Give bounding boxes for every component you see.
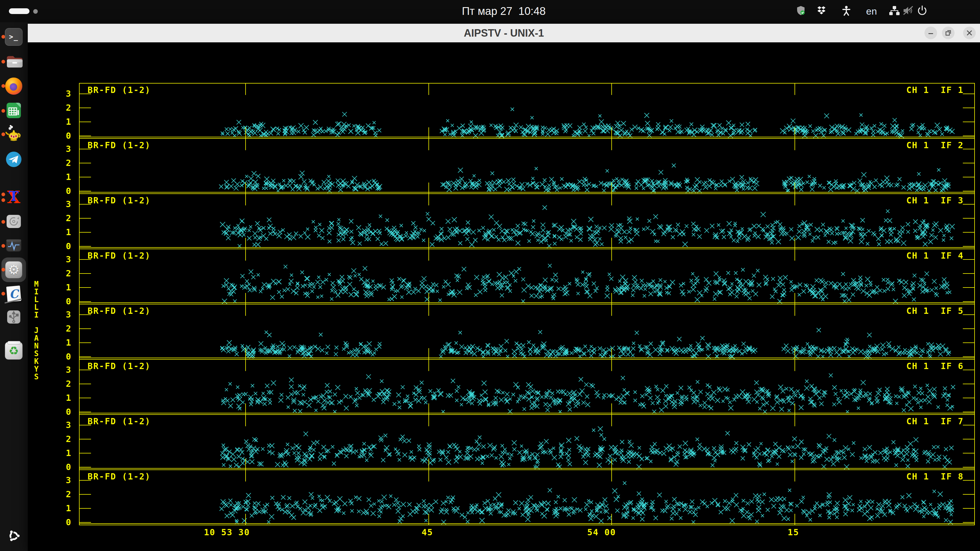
dock-item-files[interactable] — [0, 52, 28, 71]
y-tick-mark — [963, 163, 975, 164]
window-list-pill[interactable] — [9, 8, 29, 14]
channel-if-label: CH 1 IF 6 — [906, 362, 964, 370]
dock-item-trash[interactable]: ♻ — [0, 341, 28, 360]
plot-panel-if2: BR-FD (1-2)CH 1 IF 20123 — [79, 139, 975, 194]
libreoffice-calc-icon — [5, 102, 22, 121]
dock-item-system-monitor[interactable] — [0, 237, 28, 256]
y-tick-label: 1 — [63, 504, 72, 513]
y-tick-label: 0 — [63, 518, 72, 527]
clock[interactable]: Пт мар 27 10:48 — [462, 5, 546, 17]
trash-icon: ♻ — [5, 342, 22, 360]
y-tick-mark — [79, 314, 91, 315]
y-tick-mark — [963, 232, 975, 233]
window-titlebar[interactable]: AIPSTV - UNIX-1 — [28, 24, 980, 43]
dock-item-office-document[interactable]: C — [0, 284, 28, 303]
dock-item-telegram[interactable] — [0, 151, 28, 169]
y-tick-mark — [963, 259, 975, 260]
y-tick-mark — [963, 136, 975, 136]
dock-item-aips-lamp[interactable] — [0, 125, 28, 144]
y-tick-mark — [963, 453, 975, 453]
x-tick-label: 15 — [725, 528, 799, 537]
x-tick-mark — [428, 415, 429, 426]
minimize-button[interactable] — [924, 27, 937, 39]
y-tick-mark — [79, 494, 91, 495]
y-tick-mark — [79, 425, 91, 426]
y-tick-label: 3 — [63, 310, 72, 319]
x-tick-label: 45 — [359, 528, 433, 537]
ubuntu-logo-icon — [6, 529, 21, 545]
y-tick-mark — [79, 480, 91, 481]
volume-muted-icon[interactable] — [902, 5, 914, 17]
scatter-canvas — [79, 194, 975, 249]
scatter-canvas — [79, 84, 975, 139]
y-tick-label: 2 — [63, 214, 72, 222]
x-tick-mark — [611, 84, 612, 95]
x-tick-label: 54 00 — [541, 528, 616, 537]
y-axis-title-letter: M — [31, 280, 42, 288]
power-icon[interactable] — [917, 5, 928, 17]
plot-header-line1: PLOT FILE VERSION 0 CREATED 27-MAR-2026 … — [79, 68, 418, 79]
dock-item-xterm[interactable]: XT — [0, 188, 28, 207]
network-wired-icon[interactable] — [889, 5, 900, 17]
y-tick-mark — [79, 508, 91, 509]
y-axis-title-letter: K — [31, 357, 42, 365]
scatter-canvas — [79, 360, 975, 415]
x-tick-mark — [428, 304, 429, 316]
y-tick-mark — [79, 343, 91, 343]
dock-item-disks[interactable] — [0, 213, 28, 232]
panel-boundary-line — [79, 525, 975, 525]
y-tick-mark — [79, 301, 91, 302]
baseline-label: BR-FD (1-2) — [88, 196, 151, 205]
keyboard-layout-indicator[interactable]: en — [866, 6, 877, 17]
x-tick-mark — [245, 304, 246, 316]
y-tick-mark — [963, 522, 975, 523]
y-tick-label: 3 — [63, 200, 72, 208]
y-tick-mark — [963, 398, 975, 398]
y-tick-mark — [79, 122, 91, 122]
close-button[interactable] — [963, 27, 976, 39]
panel-zero-line — [79, 468, 975, 468]
y-tick-mark — [963, 480, 975, 481]
y-tick-label: 2 — [63, 324, 72, 333]
x-tick-mark — [245, 139, 246, 150]
y-axis-title-letter: I — [31, 288, 42, 296]
y-tick-label: 2 — [63, 490, 72, 499]
y-axis-title-letter — [31, 319, 42, 327]
y-tick-mark — [79, 163, 91, 164]
panel-zero-line — [79, 523, 975, 524]
x-tick-mark — [611, 470, 612, 481]
y-tick-label: 2 — [63, 159, 72, 167]
y-tick-mark — [963, 508, 975, 509]
dropbox-icon[interactable] — [816, 6, 827, 17]
shield-check-icon[interactable] — [795, 5, 806, 17]
x-tick-mark — [245, 249, 246, 260]
y-tick-label: 1 — [63, 173, 72, 181]
dock-item-libreoffice-calc[interactable] — [0, 102, 28, 121]
aips-lamp-icon — [5, 125, 22, 144]
x-tick-mark — [794, 249, 795, 260]
dock-item-firefox[interactable] — [0, 77, 28, 95]
baseline-label: BR-FD (1-2) — [88, 472, 151, 481]
restore-button[interactable] — [942, 27, 955, 39]
channel-if-label: CH 1 IF 5 — [906, 307, 964, 315]
keyboard-layout-label: en — [866, 6, 877, 17]
dock-item-ubuntu-logo[interactable] — [0, 527, 28, 546]
x-tick-mark — [428, 139, 429, 150]
y-tick-mark — [963, 439, 975, 440]
usb-device-icon — [5, 308, 22, 327]
y-tick-mark — [963, 177, 975, 177]
accessibility-icon[interactable] — [841, 5, 852, 17]
y-tick-label: 3 — [63, 476, 72, 484]
y-tick-mark — [963, 329, 975, 329]
y-tick-mark — [963, 204, 975, 205]
dock: >_XT⚙C♻ — [0, 22, 28, 551]
y-tick-mark — [79, 246, 91, 247]
dock-item-terminal[interactable]: >_ — [0, 27, 28, 46]
dock-item-usb-device[interactable] — [0, 308, 28, 327]
system-monitor-icon — [5, 237, 22, 256]
dock-item-settings-gear[interactable]: ⚙ — [0, 260, 28, 279]
plot-panel-if4: BR-FD (1-2)CH 1 IF 40123 — [79, 249, 975, 304]
x-tick-mark — [611, 194, 612, 205]
y-axis-title-letter: S — [31, 350, 42, 357]
baseline-label: BR-FD (1-2) — [88, 417, 151, 426]
